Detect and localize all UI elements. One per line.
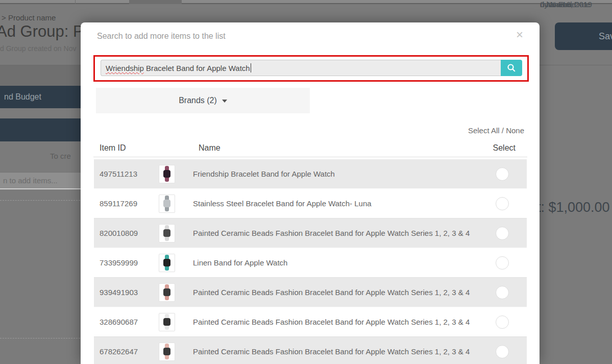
text-cursor xyxy=(251,63,251,72)
item-id: 328690687 xyxy=(94,318,159,326)
active-tab-edge[interactable] xyxy=(129,0,182,4)
item-name: Friendship Bracelet Band for Apple Watch xyxy=(193,169,496,178)
summary-item-count: 0 items xyxy=(540,0,565,9)
column-header-name: Name xyxy=(199,143,221,153)
search-input[interactable]: Wriendship Bracelet Band for Apple Watch xyxy=(101,60,501,76)
watch-product-icon xyxy=(163,170,170,178)
table-row: 678262647 Painted Ceramic Beads Fashion … xyxy=(94,337,527,364)
app-root: > Product name Ad Group: Pro d Group cre… xyxy=(0,0,612,364)
select-radio[interactable] xyxy=(496,197,509,210)
item-thumbnail xyxy=(159,254,193,272)
sidebar-item-label: nd Budget xyxy=(4,92,41,102)
item-id: 678262647 xyxy=(94,347,159,356)
close-icon[interactable]: × xyxy=(516,29,523,41)
select-radio[interactable] xyxy=(496,316,509,329)
item-name: Painted Ceramic Beads Fashion Bracelet B… xyxy=(193,229,496,237)
select-radio[interactable] xyxy=(496,167,509,181)
add-items-placeholder: n to add items... xyxy=(3,176,58,185)
watch-product-icon xyxy=(163,318,170,326)
item-id: 939491903 xyxy=(94,288,159,297)
table-header-divider xyxy=(93,157,527,157)
browser-tab-strip xyxy=(0,0,612,4)
select-all-none-link[interactable]: Select All / None xyxy=(468,126,524,135)
item-id: 859117269 xyxy=(94,199,159,208)
table-row: 733959999 Linen Band for Apple Watch xyxy=(94,248,527,278)
item-id: 733959999 xyxy=(94,258,159,267)
summary-budget-amount: t: $1,000.00 xyxy=(537,200,610,215)
select-radio[interactable] xyxy=(496,286,509,299)
chevron-down-icon xyxy=(222,100,227,103)
search-input-text-misspelled: Wriendship xyxy=(106,64,144,72)
search-input-text: Bracelet Band for Apple Watch xyxy=(144,64,250,72)
select-radio[interactable] xyxy=(496,227,509,240)
item-id: 497511213 xyxy=(94,169,159,178)
column-header-item-id: Item ID xyxy=(100,143,126,153)
save-button[interactable]: Save xyxy=(555,22,612,50)
item-name: Stainless Steel Bracelet Band for Apple … xyxy=(193,199,496,208)
save-button-label: Save xyxy=(599,22,612,50)
brands-filter-label: Brands (2) xyxy=(179,96,217,105)
item-thumbnail xyxy=(159,343,193,361)
tab-divider xyxy=(75,0,76,4)
column-header-select: Select xyxy=(493,143,516,153)
item-thumbnail xyxy=(159,283,193,302)
item-thumbnail xyxy=(159,224,193,242)
item-name: Painted Ceramic Beads Fashion Bracelet B… xyxy=(193,288,496,297)
item-thumbnail xyxy=(159,313,193,331)
add-items-modal: Search to add more items to the list × W… xyxy=(81,22,540,364)
search-icon xyxy=(506,63,517,73)
add-items-input[interactable]: n to add items... xyxy=(0,172,81,189)
watch-product-icon xyxy=(163,288,170,296)
watch-product-icon xyxy=(163,200,170,207)
item-name: Painted Ceramic Beads Fashion Bracelet B… xyxy=(193,347,496,356)
item-id: 820010809 xyxy=(94,229,159,237)
table-row: 859117269 Stainless Steel Bracelet Band … xyxy=(94,189,527,219)
modal-title: Search to add more items to the list xyxy=(97,32,226,41)
watch-product-icon xyxy=(163,259,170,266)
brands-filter-dropdown[interactable]: Brands (2) xyxy=(96,88,310,113)
page-subtitle: d Group created on Nov xyxy=(0,44,76,53)
item-name: Painted Ceramic Beads Fashion Bracelet B… xyxy=(193,318,496,326)
table-row: 939491903 Painted Ceramic Beads Fashion … xyxy=(94,278,527,307)
watch-product-icon xyxy=(163,348,170,355)
item-thumbnail xyxy=(159,195,193,213)
items-dropzone[interactable] xyxy=(0,200,83,338)
item-name: Linen Band for Apple Watch xyxy=(193,258,496,267)
items-table: 497511213 Friendship Bracelet Band for A… xyxy=(94,159,527,364)
item-thumbnail xyxy=(159,165,193,183)
table-row: 497511213 Friendship Bracelet Band for A… xyxy=(94,159,527,189)
watch-product-icon xyxy=(163,229,170,237)
table-row: 820010809 Painted Ceramic Beads Fashion … xyxy=(94,219,527,248)
select-radio[interactable] xyxy=(496,345,509,358)
table-row: 328690687 Painted Ceramic Beads Fashion … xyxy=(94,307,527,337)
breadcrumb[interactable]: > Product name xyxy=(2,13,56,22)
helper-text: To cre xyxy=(50,152,81,160)
search-button[interactable] xyxy=(501,60,522,76)
select-radio[interactable] xyxy=(496,256,509,270)
